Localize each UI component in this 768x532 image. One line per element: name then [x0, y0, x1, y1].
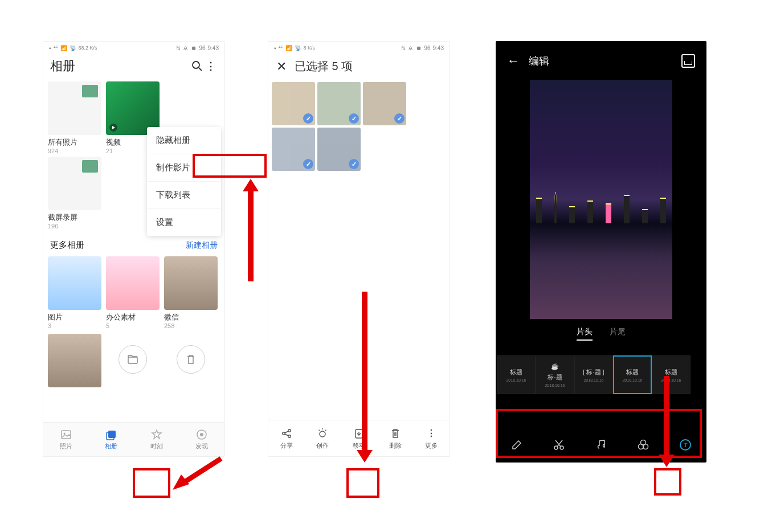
- nav-photos[interactable]: 照片: [43, 423, 89, 456]
- overflow-menu: 隐藏相册 制作影片 下载列表 设置: [147, 127, 221, 236]
- folder-button[interactable]: [106, 334, 160, 387]
- album-pictures[interactable]: 图片3: [48, 256, 101, 329]
- menu-make-movie[interactable]: 制作影片: [147, 154, 221, 181]
- svg-point-0: [193, 62, 199, 68]
- svg-line-16: [285, 431, 288, 433]
- check-icon: [303, 159, 313, 169]
- tool-filter-icon[interactable]: [636, 437, 651, 452]
- title-tabs: 片头 片尾: [496, 327, 706, 341]
- action-bar: 分享 创作 移动 删除 ⋮ 更多: [268, 420, 450, 456]
- selection-header: ✕ 已选择 5 项: [268, 53, 450, 80]
- title-style-4[interactable]: 标题2018.10.16: [613, 355, 652, 394]
- svg-line-11: [181, 459, 221, 484]
- menu-download-list[interactable]: 下载列表: [147, 181, 221, 208]
- svg-point-4: [63, 433, 65, 435]
- selected-photo[interactable]: [317, 128, 361, 171]
- selection-title: 已选择 5 项: [295, 59, 353, 74]
- back-icon[interactable]: ←: [507, 54, 520, 68]
- svg-line-17: [285, 434, 288, 436]
- album-all-photos[interactable]: 所有照片 924: [48, 81, 101, 154]
- nav-moments[interactable]: 时刻: [134, 423, 179, 456]
- title-style-3[interactable]: [ 标·题 ]2018.10.16: [574, 355, 613, 394]
- selected-photo[interactable]: [317, 82, 361, 125]
- check-icon: [349, 159, 359, 169]
- phone-screen-2: ▪⁴ᴳ📶📡8 K/s ℕ🕭⏺969:43 ✕ 已选择 5 项 分享 创作 移动 …: [268, 41, 450, 457]
- highlight-text-tool: [654, 468, 681, 496]
- title-style-1[interactable]: 标题2018.10.16: [497, 355, 536, 394]
- svg-marker-10: [243, 179, 259, 191]
- status-bar: ▪⁴ᴳ📶📡68.2 K/s ℕ🕭⏺969:43: [43, 42, 224, 53]
- highlight-create: [346, 468, 379, 498]
- status-bar: ▪⁴ᴳ📶📡8 K/s ℕ🕭⏺969:43: [268, 42, 450, 53]
- editor-toolbar: T: [496, 431, 706, 459]
- search-icon[interactable]: [190, 59, 204, 73]
- new-album-link[interactable]: 新建相册: [186, 240, 218, 251]
- editor-title: 编辑: [529, 54, 681, 68]
- svg-line-20: [319, 429, 320, 431]
- svg-rect-2: [128, 357, 137, 363]
- svg-line-21: [325, 429, 326, 431]
- tab-intro[interactable]: 片头: [577, 327, 593, 341]
- title-style-strip: 标题2018.10.16 ☕标·题2018.10.16 [ 标·题 ]2018.…: [496, 355, 706, 394]
- svg-text:T: T: [684, 441, 688, 448]
- album-office[interactable]: 办公素材5: [106, 256, 160, 329]
- svg-rect-5: [108, 431, 116, 438]
- arrow-to-nav: [170, 453, 227, 498]
- svg-point-8: [200, 433, 203, 436]
- svg-point-13: [283, 432, 285, 434]
- phone-screen-3: ← 编辑 片头 片尾 标题2018.10.16 ☕标·题2018.10.16 […: [496, 41, 706, 463]
- action-create[interactable]: 创作: [305, 420, 341, 456]
- tool-cut-icon[interactable]: [552, 437, 566, 452]
- check-icon: [349, 113, 359, 124]
- page-title: 相册: [50, 58, 190, 75]
- video-preview[interactable]: [530, 80, 672, 319]
- close-icon[interactable]: ✕: [276, 60, 287, 73]
- svg-point-18: [320, 431, 325, 437]
- menu-hide-album[interactable]: 隐藏相册: [147, 127, 221, 154]
- tool-music-icon[interactable]: [594, 437, 608, 452]
- svg-point-14: [288, 429, 291, 431]
- arrow-to-menu: [239, 179, 262, 287]
- highlight-nav-albums: [133, 468, 170, 498]
- svg-point-15: [288, 435, 291, 437]
- album-screenshots[interactable]: 截屏录屏 196: [48, 157, 101, 230]
- action-delete[interactable]: 删除: [377, 420, 414, 456]
- action-move[interactable]: 移动: [341, 420, 377, 456]
- tool-brush-icon[interactable]: [509, 437, 524, 452]
- tab-outro[interactable]: 片尾: [610, 327, 626, 341]
- selected-photo[interactable]: [272, 82, 315, 125]
- action-share[interactable]: 分享: [268, 420, 305, 456]
- menu-settings[interactable]: 设置: [147, 208, 221, 236]
- nav-albums[interactable]: 相册: [89, 423, 134, 456]
- phone-screen-1: ▪⁴ᴳ📶📡68.2 K/s ℕ🕭⏺969:43 相册 ⋮ 所有照片 924 视频…: [43, 41, 225, 457]
- save-icon[interactable]: [681, 54, 695, 68]
- more-icon[interactable]: ⋮: [204, 59, 218, 73]
- nav-discover[interactable]: 发现: [179, 423, 225, 456]
- trash-button[interactable]: [164, 334, 218, 387]
- check-icon: [303, 113, 313, 124]
- bottom-nav: 照片 相册 时刻 发现: [43, 422, 224, 456]
- tool-text-icon[interactable]: T: [678, 437, 693, 452]
- title-style-5[interactable]: 标题2018.10.16: [652, 355, 691, 394]
- header: 相册 ⋮: [43, 53, 224, 79]
- album-wechat[interactable]: 微信258: [164, 256, 218, 329]
- svg-line-1: [199, 68, 202, 71]
- check-icon: [394, 113, 405, 124]
- album-extra[interactable]: [48, 334, 101, 387]
- title-style-2[interactable]: ☕标·题2018.10.16: [536, 355, 574, 394]
- selected-photo[interactable]: [363, 82, 406, 125]
- selected-photo[interactable]: [272, 128, 315, 171]
- action-more[interactable]: ⋮ 更多: [413, 420, 450, 456]
- svg-marker-12: [173, 474, 189, 490]
- editor-header: ← 编辑: [496, 41, 706, 74]
